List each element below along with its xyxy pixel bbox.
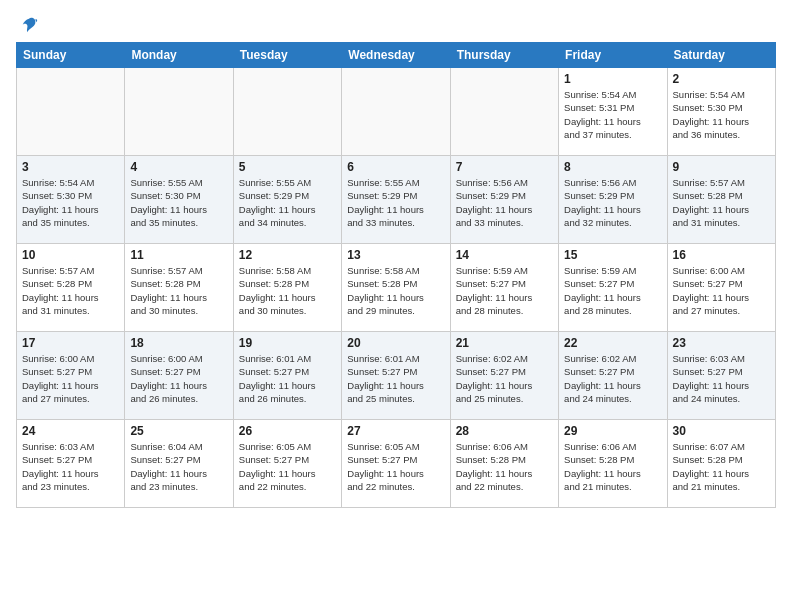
day-number: 21	[456, 336, 553, 350]
day-info: Sunrise: 5:58 AM Sunset: 5:28 PM Dayligh…	[239, 264, 336, 317]
calendar-cell: 5Sunrise: 5:55 AM Sunset: 5:29 PM Daylig…	[233, 156, 341, 244]
day-number: 26	[239, 424, 336, 438]
day-number: 18	[130, 336, 227, 350]
day-number: 30	[673, 424, 770, 438]
day-info: Sunrise: 5:56 AM Sunset: 5:29 PM Dayligh…	[564, 176, 661, 229]
day-number: 23	[673, 336, 770, 350]
day-info: Sunrise: 5:57 AM Sunset: 5:28 PM Dayligh…	[130, 264, 227, 317]
day-info: Sunrise: 6:00 AM Sunset: 5:27 PM Dayligh…	[22, 352, 119, 405]
calendar-week-row: 10Sunrise: 5:57 AM Sunset: 5:28 PM Dayli…	[17, 244, 776, 332]
day-number: 10	[22, 248, 119, 262]
calendar-cell: 14Sunrise: 5:59 AM Sunset: 5:27 PM Dayli…	[450, 244, 558, 332]
day-number: 13	[347, 248, 444, 262]
calendar-cell: 12Sunrise: 5:58 AM Sunset: 5:28 PM Dayli…	[233, 244, 341, 332]
calendar-cell: 20Sunrise: 6:01 AM Sunset: 5:27 PM Dayli…	[342, 332, 450, 420]
day-number: 29	[564, 424, 661, 438]
calendar-cell: 29Sunrise: 6:06 AM Sunset: 5:28 PM Dayli…	[559, 420, 667, 508]
calendar-cell: 7Sunrise: 5:56 AM Sunset: 5:29 PM Daylig…	[450, 156, 558, 244]
calendar-cell: 26Sunrise: 6:05 AM Sunset: 5:27 PM Dayli…	[233, 420, 341, 508]
calendar-cell: 16Sunrise: 6:00 AM Sunset: 5:27 PM Dayli…	[667, 244, 775, 332]
calendar-cell: 9Sunrise: 5:57 AM Sunset: 5:28 PM Daylig…	[667, 156, 775, 244]
day-number: 28	[456, 424, 553, 438]
day-number: 4	[130, 160, 227, 174]
logo-bird-icon	[20, 16, 38, 34]
day-number: 12	[239, 248, 336, 262]
calendar-table: SundayMondayTuesdayWednesdayThursdayFrid…	[16, 42, 776, 508]
weekday-header-tuesday: Tuesday	[233, 43, 341, 68]
calendar-cell: 3Sunrise: 5:54 AM Sunset: 5:30 PM Daylig…	[17, 156, 125, 244]
day-info: Sunrise: 6:02 AM Sunset: 5:27 PM Dayligh…	[456, 352, 553, 405]
day-number: 22	[564, 336, 661, 350]
day-info: Sunrise: 6:01 AM Sunset: 5:27 PM Dayligh…	[347, 352, 444, 405]
day-info: Sunrise: 5:58 AM Sunset: 5:28 PM Dayligh…	[347, 264, 444, 317]
weekday-header-saturday: Saturday	[667, 43, 775, 68]
calendar-cell: 25Sunrise: 6:04 AM Sunset: 5:27 PM Dayli…	[125, 420, 233, 508]
page-header	[16, 16, 776, 30]
day-number: 14	[456, 248, 553, 262]
day-number: 5	[239, 160, 336, 174]
day-number: 25	[130, 424, 227, 438]
day-number: 15	[564, 248, 661, 262]
calendar-cell: 21Sunrise: 6:02 AM Sunset: 5:27 PM Dayli…	[450, 332, 558, 420]
day-info: Sunrise: 5:54 AM Sunset: 5:31 PM Dayligh…	[564, 88, 661, 141]
day-info: Sunrise: 6:03 AM Sunset: 5:27 PM Dayligh…	[22, 440, 119, 493]
calendar-cell: 24Sunrise: 6:03 AM Sunset: 5:27 PM Dayli…	[17, 420, 125, 508]
day-info: Sunrise: 6:00 AM Sunset: 5:27 PM Dayligh…	[673, 264, 770, 317]
calendar-cell: 1Sunrise: 5:54 AM Sunset: 5:31 PM Daylig…	[559, 68, 667, 156]
day-info: Sunrise: 5:57 AM Sunset: 5:28 PM Dayligh…	[673, 176, 770, 229]
day-info: Sunrise: 6:01 AM Sunset: 5:27 PM Dayligh…	[239, 352, 336, 405]
day-number: 8	[564, 160, 661, 174]
calendar-cell: 22Sunrise: 6:02 AM Sunset: 5:27 PM Dayli…	[559, 332, 667, 420]
day-info: Sunrise: 6:06 AM Sunset: 5:28 PM Dayligh…	[456, 440, 553, 493]
day-number: 1	[564, 72, 661, 86]
day-number: 9	[673, 160, 770, 174]
day-info: Sunrise: 6:02 AM Sunset: 5:27 PM Dayligh…	[564, 352, 661, 405]
day-info: Sunrise: 5:55 AM Sunset: 5:30 PM Dayligh…	[130, 176, 227, 229]
calendar-cell: 28Sunrise: 6:06 AM Sunset: 5:28 PM Dayli…	[450, 420, 558, 508]
calendar-cell: 2Sunrise: 5:54 AM Sunset: 5:30 PM Daylig…	[667, 68, 775, 156]
calendar-cell: 19Sunrise: 6:01 AM Sunset: 5:27 PM Dayli…	[233, 332, 341, 420]
day-info: Sunrise: 6:04 AM Sunset: 5:27 PM Dayligh…	[130, 440, 227, 493]
calendar-week-row: 3Sunrise: 5:54 AM Sunset: 5:30 PM Daylig…	[17, 156, 776, 244]
weekday-header-row: SundayMondayTuesdayWednesdayThursdayFrid…	[17, 43, 776, 68]
calendar-cell: 15Sunrise: 5:59 AM Sunset: 5:27 PM Dayli…	[559, 244, 667, 332]
day-number: 20	[347, 336, 444, 350]
day-number: 3	[22, 160, 119, 174]
calendar-cell: 4Sunrise: 5:55 AM Sunset: 5:30 PM Daylig…	[125, 156, 233, 244]
calendar-cell: 13Sunrise: 5:58 AM Sunset: 5:28 PM Dayli…	[342, 244, 450, 332]
calendar-header: SundayMondayTuesdayWednesdayThursdayFrid…	[17, 43, 776, 68]
day-number: 7	[456, 160, 553, 174]
calendar-week-row: 17Sunrise: 6:00 AM Sunset: 5:27 PM Dayli…	[17, 332, 776, 420]
weekday-header-wednesday: Wednesday	[342, 43, 450, 68]
day-info: Sunrise: 6:05 AM Sunset: 5:27 PM Dayligh…	[239, 440, 336, 493]
day-info: Sunrise: 6:05 AM Sunset: 5:27 PM Dayligh…	[347, 440, 444, 493]
calendar-cell	[233, 68, 341, 156]
calendar-week-row: 1Sunrise: 5:54 AM Sunset: 5:31 PM Daylig…	[17, 68, 776, 156]
calendar-cell: 30Sunrise: 6:07 AM Sunset: 5:28 PM Dayli…	[667, 420, 775, 508]
day-info: Sunrise: 5:54 AM Sunset: 5:30 PM Dayligh…	[673, 88, 770, 141]
weekday-header-sunday: Sunday	[17, 43, 125, 68]
calendar-week-row: 24Sunrise: 6:03 AM Sunset: 5:27 PM Dayli…	[17, 420, 776, 508]
day-number: 11	[130, 248, 227, 262]
day-number: 19	[239, 336, 336, 350]
calendar-cell: 17Sunrise: 6:00 AM Sunset: 5:27 PM Dayli…	[17, 332, 125, 420]
calendar-body: 1Sunrise: 5:54 AM Sunset: 5:31 PM Daylig…	[17, 68, 776, 508]
day-number: 24	[22, 424, 119, 438]
day-info: Sunrise: 6:06 AM Sunset: 5:28 PM Dayligh…	[564, 440, 661, 493]
calendar-cell: 8Sunrise: 5:56 AM Sunset: 5:29 PM Daylig…	[559, 156, 667, 244]
weekday-header-friday: Friday	[559, 43, 667, 68]
day-number: 27	[347, 424, 444, 438]
calendar-cell: 11Sunrise: 5:57 AM Sunset: 5:28 PM Dayli…	[125, 244, 233, 332]
day-number: 2	[673, 72, 770, 86]
calendar-cell: 10Sunrise: 5:57 AM Sunset: 5:28 PM Dayli…	[17, 244, 125, 332]
day-info: Sunrise: 6:07 AM Sunset: 5:28 PM Dayligh…	[673, 440, 770, 493]
calendar-cell: 23Sunrise: 6:03 AM Sunset: 5:27 PM Dayli…	[667, 332, 775, 420]
weekday-header-thursday: Thursday	[450, 43, 558, 68]
day-info: Sunrise: 5:55 AM Sunset: 5:29 PM Dayligh…	[239, 176, 336, 229]
day-info: Sunrise: 6:00 AM Sunset: 5:27 PM Dayligh…	[130, 352, 227, 405]
day-info: Sunrise: 5:59 AM Sunset: 5:27 PM Dayligh…	[564, 264, 661, 317]
calendar-cell: 27Sunrise: 6:05 AM Sunset: 5:27 PM Dayli…	[342, 420, 450, 508]
day-info: Sunrise: 5:56 AM Sunset: 5:29 PM Dayligh…	[456, 176, 553, 229]
day-info: Sunrise: 5:57 AM Sunset: 5:28 PM Dayligh…	[22, 264, 119, 317]
day-number: 6	[347, 160, 444, 174]
